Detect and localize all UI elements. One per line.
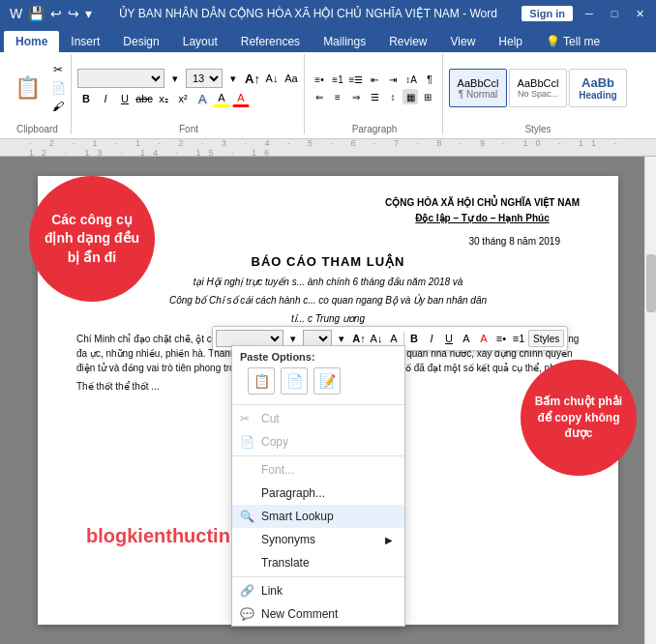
word-icon: W [8, 6, 24, 21]
font-size-select[interactable]: 13 [186, 69, 223, 88]
cut-button[interactable]: ✂ [49, 61, 67, 78]
decrease-indent-btn[interactable]: ⇤ [366, 72, 383, 87]
mini-format-btn[interactable]: A [386, 331, 402, 346]
strikethrough-button[interactable]: abc [135, 90, 153, 107]
numbering-btn[interactable]: ≡1 [329, 72, 346, 87]
quick-access-toolbar: W 💾 ↩ ↪ ▾ [8, 6, 94, 21]
styles-buttons: AaBbCcl ¶ Normal AaBbCcl No Spac... AaBb… [449, 54, 627, 122]
paste-button[interactable]: 📋 [8, 73, 47, 103]
tab-review[interactable]: Review [377, 31, 438, 52]
paste-icon-2[interactable]: 📄 [281, 367, 308, 395]
ctx-copy[interactable]: 📄 Copy [232, 430, 404, 454]
signin-button[interactable]: Sign in [522, 6, 573, 21]
text-effect-btn[interactable]: A [194, 90, 211, 107]
line-spacing-btn[interactable]: ↕ [384, 89, 402, 104]
copy-button[interactable]: 📄 [49, 79, 67, 97]
tab-view[interactable]: View [439, 31, 488, 52]
mini-highlight-btn[interactable]: A [459, 331, 474, 346]
increase-font-btn[interactable]: A↑ [244, 70, 261, 87]
smart-lookup-icon: 🔍 [240, 510, 254, 523]
borders-btn[interactable]: ⊞ [419, 89, 436, 104]
text-highlight-btn[interactable]: A [213, 90, 230, 107]
ctx-synonyms[interactable]: Synonyms ▶ [232, 528, 404, 551]
tab-tell-me[interactable]: 💡 Tell me [534, 31, 611, 52]
mini-numbering-btn[interactable]: ≡1 [511, 331, 526, 346]
para-row1: ≡• ≡1 ≡☰ ⇤ ⇥ ↕A ¶ [311, 72, 438, 87]
align-right-btn[interactable]: ⇒ [347, 89, 365, 104]
window-title: ỦY BAN NHÂN DÂN CỘNG HÒA XÃ HỘI CHỦ NGHĨ… [94, 7, 522, 20]
mini-styles-btn[interactable]: Styles [528, 330, 564, 347]
align-left-btn[interactable]: ⇐ [311, 89, 328, 104]
paste-icons-row: 📋 📄 📝 [240, 364, 397, 398]
scrollbar-thumb[interactable] [646, 254, 656, 312]
paragraph-controls: ≡• ≡1 ≡☰ ⇤ ⇥ ↕A ¶ ⇐ ≡ ⇒ ☰ ↕ ▦ ⊞ [311, 54, 438, 122]
mini-font-size-down[interactable]: ▾ [285, 331, 301, 346]
font-controls: ▾ 13 ▾ A↑ A↓ Aa B I U abc x₂ x² A [77, 54, 300, 122]
bullets-btn[interactable]: ≡• [311, 72, 328, 87]
maximize-button[interactable]: □ [606, 5, 623, 22]
style-nospace-btn[interactable]: AaBbCcl No Spac... [509, 69, 567, 107]
subscript-button[interactable]: x₂ [155, 90, 172, 107]
font-color-btn[interactable]: A [232, 90, 250, 107]
font-name-dropdown[interactable]: ▾ [166, 70, 184, 87]
underline-button[interactable]: U [116, 90, 134, 107]
mini-bullets-btn[interactable]: ≡• [493, 331, 509, 346]
ribbon: 📋 ✂ 📄 🖌 Clipboard ▾ 13 ▾ [0, 52, 656, 139]
increase-indent-btn[interactable]: ⇥ [384, 72, 402, 87]
customize-icon[interactable]: ▾ [83, 6, 94, 21]
clear-format-btn[interactable]: Aa [283, 70, 300, 87]
mini-decrease-font[interactable]: A↓ [369, 331, 384, 346]
ctx-new-comment[interactable]: 💬 New Comment [232, 602, 404, 626]
paste-icon-3[interactable]: 📝 [313, 367, 341, 395]
tab-design[interactable]: Design [111, 31, 170, 52]
header-right-line1: CỘNG HÒA XÃ HỘI CHỦ NGHĨA VIỆT NAM [385, 195, 580, 211]
style-heading-btn[interactable]: AaBb Heading [569, 69, 627, 107]
align-center-btn[interactable]: ≡ [329, 89, 346, 104]
mini-bold-btn[interactable]: B [406, 331, 422, 346]
bold-button[interactable]: B [77, 90, 95, 107]
style-normal-btn[interactable]: AaBbCcl ¶ Normal [449, 69, 507, 107]
redo-icon[interactable]: ↪ [66, 6, 81, 21]
font-group: ▾ 13 ▾ A↑ A↓ Aa B I U abc x₂ x² A [74, 54, 305, 134]
ctx-link[interactable]: 🔗 Link [232, 579, 404, 602]
multilevel-btn[interactable]: ≡☰ [347, 72, 365, 87]
mini-underline-btn[interactable]: U [441, 331, 457, 346]
paste-icon-1[interactable]: 📋 [248, 367, 275, 395]
font-size-dropdown[interactable]: ▾ [224, 70, 242, 87]
ctx-paragraph[interactable]: Paragraph... [232, 482, 404, 505]
mini-italic-btn[interactable]: I [424, 331, 439, 346]
document-area: Các công cụ định dạng đều bị ẩn đi N DÂN… [0, 157, 656, 644]
shading-btn[interactable]: ▦ [403, 89, 418, 104]
mini-font-size-up[interactable]: ▾ [334, 331, 349, 346]
close-button[interactable]: ✕ [631, 5, 648, 22]
decrease-font-btn[interactable]: A↓ [263, 70, 281, 87]
font-name-select[interactable] [77, 69, 164, 88]
show-hide-btn[interactable]: ¶ [421, 72, 438, 87]
tab-references[interactable]: References [229, 31, 312, 52]
tab-layout[interactable]: Layout [171, 31, 229, 52]
tab-help[interactable]: Help [487, 31, 534, 52]
ctx-smart-lookup[interactable]: 🔍 Smart Lookup [232, 505, 404, 528]
ctx-font[interactable]: Font... [232, 458, 404, 482]
paragraph-group-label: Paragraph [311, 122, 438, 134]
annotation-bubble-left: Các công cụ định dạng đều bị ẩn đi [29, 176, 155, 302]
font-group-label: Font [77, 122, 300, 134]
tab-mailings[interactable]: Mailings [312, 31, 377, 52]
superscript-button[interactable]: x² [174, 90, 192, 107]
ctx-translate[interactable]: Translate [232, 551, 404, 574]
sort-btn[interactable]: ↕A [403, 72, 420, 87]
copy-icon: 📄 [240, 435, 254, 449]
minimize-button[interactable]: ─ [581, 5, 598, 22]
mini-color-btn[interactable]: A [476, 331, 492, 346]
ctx-divider-2 [232, 455, 404, 456]
save-icon[interactable]: 💾 [26, 6, 46, 21]
tab-home[interactable]: Home [4, 31, 59, 52]
justify-btn[interactable]: ☰ [366, 89, 383, 104]
format-painter-button[interactable]: 🖌 [49, 98, 67, 115]
scrollbar-vertical[interactable] [644, 157, 656, 644]
tab-insert[interactable]: Insert [59, 31, 111, 52]
mini-increase-font[interactable]: A↑ [351, 331, 367, 346]
undo-icon[interactable]: ↩ [48, 6, 64, 21]
italic-button[interactable]: I [97, 90, 114, 107]
ctx-cut[interactable]: ✂ Cut [232, 407, 404, 430]
